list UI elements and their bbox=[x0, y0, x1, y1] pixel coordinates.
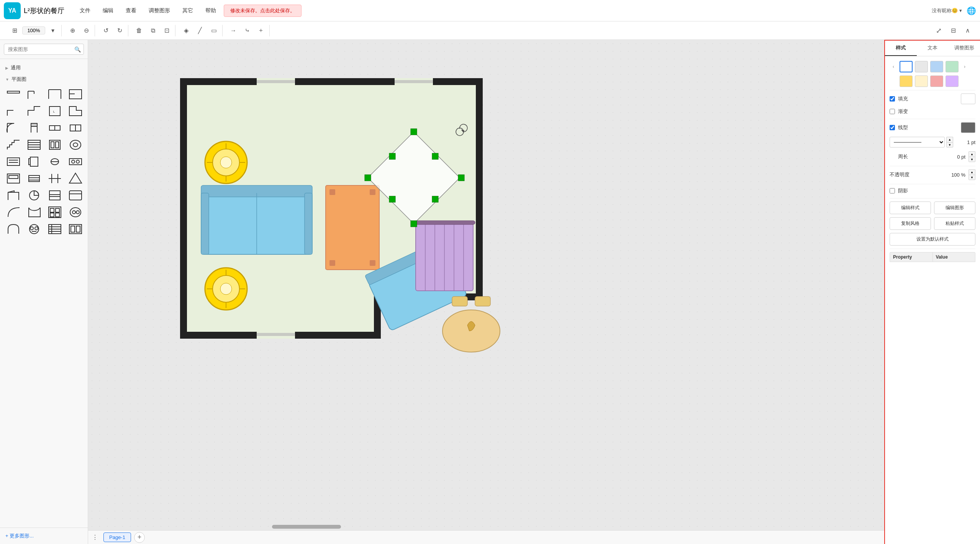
menu-view[interactable]: 查看 bbox=[121, 5, 141, 16]
gradient-checkbox[interactable] bbox=[890, 109, 895, 114]
edit-shape-btn[interactable]: 编辑图形 bbox=[934, 202, 975, 214]
menu-adjust[interactable]: 调整图形 bbox=[144, 5, 175, 16]
fill-color-picker[interactable] bbox=[961, 93, 975, 104]
opacity-down[interactable]: ▼ bbox=[969, 175, 975, 180]
expand-btn[interactable]: ⤢ bbox=[932, 25, 945, 36]
line-color-picker[interactable] bbox=[961, 122, 975, 133]
shape-btn[interactable]: ▭ bbox=[208, 25, 220, 36]
hscrollbar-thumb[interactable] bbox=[272, 525, 341, 529]
shape-item[interactable] bbox=[67, 188, 84, 203]
line-pt-up[interactable]: ▲ bbox=[946, 137, 953, 142]
edit-style-btn[interactable]: 编辑样式 bbox=[890, 202, 931, 214]
page-tab-1[interactable]: Page-1 bbox=[103, 533, 131, 542]
shape-item[interactable] bbox=[46, 221, 64, 237]
shape-item[interactable] bbox=[25, 188, 43, 203]
panel-toggle-btn[interactable]: ⊞ bbox=[8, 25, 21, 36]
shape-item[interactable] bbox=[46, 171, 64, 186]
undo-btn[interactable]: ↺ bbox=[100, 25, 112, 36]
more-shapes-btn[interactable]: + 更多图形... bbox=[0, 528, 88, 544]
line-color-btn[interactable]: ╱ bbox=[194, 25, 206, 36]
swatch-white[interactable] bbox=[900, 61, 913, 72]
swatch-lightblue[interactable] bbox=[930, 61, 943, 72]
shape-item[interactable] bbox=[25, 103, 43, 119]
shape-item[interactable] bbox=[67, 171, 84, 186]
fill-btn[interactable]: ◈ bbox=[180, 25, 192, 36]
menu-file[interactable]: 文件 bbox=[75, 5, 95, 16]
shape-item[interactable] bbox=[5, 171, 22, 186]
shape-item[interactable] bbox=[5, 103, 22, 119]
line-style-select[interactable]: —————— - - - - - ··········· bbox=[890, 137, 945, 147]
canvas-area[interactable]: ⋮ Page-1 + bbox=[88, 40, 884, 544]
shape-item[interactable] bbox=[5, 137, 22, 152]
connector2-btn[interactable]: ⤷ bbox=[241, 25, 253, 36]
swatch-lightyellow[interactable] bbox=[915, 75, 928, 87]
shape-item[interactable] bbox=[67, 221, 84, 237]
shape-item[interactable] bbox=[5, 120, 22, 136]
shape-item[interactable] bbox=[67, 154, 84, 169]
swatch-yellow[interactable] bbox=[900, 75, 913, 87]
zoom-out-btn[interactable]: ⊖ bbox=[80, 25, 92, 36]
add-page-btn[interactable]: + bbox=[134, 532, 145, 543]
zoom-in-btn[interactable]: ⊕ bbox=[66, 25, 79, 36]
section-general[interactable]: 通用 bbox=[0, 62, 88, 74]
shape-item[interactable] bbox=[67, 137, 84, 152]
shape-item[interactable] bbox=[5, 221, 22, 237]
tab-style[interactable]: 样式 bbox=[885, 41, 917, 56]
perimeter-up[interactable]: ▲ bbox=[969, 151, 975, 157]
shape-item[interactable] bbox=[46, 120, 64, 136]
panel-layout-btn[interactable]: ⊟ bbox=[947, 25, 959, 36]
tab-text[interactable]: 文本 bbox=[917, 41, 949, 56]
insert-btn[interactable]: ＋ bbox=[255, 25, 267, 36]
line-pt-down[interactable]: ▼ bbox=[946, 142, 953, 147]
shape-item[interactable] bbox=[67, 205, 84, 220]
redo-btn[interactable]: ↻ bbox=[113, 25, 126, 36]
shape-item[interactable] bbox=[5, 205, 22, 220]
collapse-panel-btn[interactable]: ∧ bbox=[962, 25, 974, 36]
menu-edit[interactable]: 编辑 bbox=[98, 5, 118, 16]
swatch-lightgreen[interactable] bbox=[946, 61, 959, 72]
shape-item[interactable] bbox=[5, 154, 22, 169]
shape-item[interactable]: L bbox=[46, 103, 64, 119]
tab-adjust[interactable]: 调整图形 bbox=[948, 41, 980, 56]
menu-help[interactable]: 帮助 bbox=[201, 5, 221, 16]
paste-style-btn[interactable]: 粘贴样式 bbox=[934, 217, 975, 230]
shape-item[interactable] bbox=[25, 221, 43, 237]
shape-item[interactable] bbox=[25, 120, 43, 136]
shape-item[interactable] bbox=[25, 205, 43, 220]
paste-btn[interactable]: ⊡ bbox=[161, 25, 173, 36]
shape-item[interactable] bbox=[67, 87, 84, 102]
shape-item[interactable] bbox=[5, 87, 22, 102]
delete-btn[interactable]: 🗑 bbox=[133, 25, 145, 36]
shape-item[interactable] bbox=[67, 103, 84, 119]
search-input[interactable] bbox=[4, 44, 84, 55]
shadow-checkbox[interactable] bbox=[890, 188, 895, 193]
color-next-btn[interactable]: › bbox=[961, 63, 969, 70]
shape-item[interactable] bbox=[25, 171, 43, 186]
swatch-pink[interactable] bbox=[930, 75, 943, 87]
perimeter-down[interactable]: ▼ bbox=[969, 157, 975, 162]
default-style-btn[interactable]: 设置为默认样式 bbox=[890, 233, 975, 246]
menu-other[interactable]: 其它 bbox=[178, 5, 198, 16]
shape-item[interactable] bbox=[25, 137, 43, 152]
shape-item[interactable] bbox=[46, 205, 64, 220]
copy-btn[interactable]: ⧉ bbox=[147, 25, 159, 36]
copy-style-btn[interactable]: 复制风格 bbox=[890, 217, 931, 230]
user-display[interactable]: 没有昵称😊 ▾ bbox=[932, 7, 962, 14]
page-tab-menu[interactable]: ⋮ bbox=[92, 534, 98, 541]
zoom-dropdown-btn[interactable]: ▾ bbox=[47, 25, 59, 36]
shape-item[interactable] bbox=[25, 87, 43, 102]
linetype-checkbox[interactable] bbox=[890, 125, 895, 130]
color-prev-btn[interactable]: ‹ bbox=[890, 63, 897, 70]
shape-item[interactable] bbox=[46, 154, 64, 169]
shape-item[interactable] bbox=[46, 137, 64, 152]
shape-item[interactable] bbox=[25, 154, 43, 169]
shape-item[interactable] bbox=[46, 87, 64, 102]
shape-item[interactable] bbox=[46, 188, 64, 203]
swatch-lightgray[interactable] bbox=[915, 61, 928, 72]
globe-icon[interactable]: 🌐 bbox=[967, 6, 976, 15]
unsaved-notice[interactable]: 修改未保存。点击此处保存。 bbox=[224, 5, 302, 17]
shape-item[interactable] bbox=[67, 120, 84, 136]
fill-checkbox[interactable] bbox=[890, 96, 895, 102]
swatch-purple[interactable] bbox=[946, 75, 959, 87]
hscrollbar-track[interactable] bbox=[180, 525, 785, 529]
